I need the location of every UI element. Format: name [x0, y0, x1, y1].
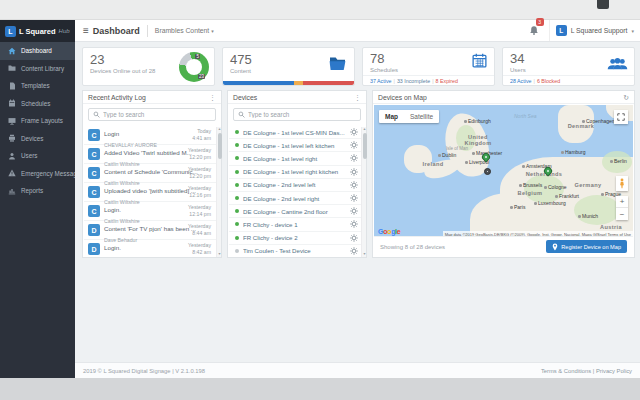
device-list-item[interactable]: DE Cologne - 1st level left kitchen	[229, 139, 365, 152]
recent-activity-panel: Recent Activity Log ⋮ CLoginCHEVALLAY AU…	[82, 90, 222, 258]
map-label: North Sea	[514, 113, 537, 119]
avatar: D	[88, 243, 100, 255]
map-land	[404, 145, 432, 173]
device-status-dot	[235, 130, 239, 134]
device-list-item[interactable]: DE Cologne - 1st level right kitchen	[229, 166, 365, 179]
map-footer: Showing 8 of 28 devices Register Device …	[374, 236, 633, 256]
sidebar-item-users[interactable]: Users	[0, 147, 75, 165]
users-icon	[8, 152, 16, 160]
activity-list-item[interactable]: DLogin.Dave BehadurYesterday8:42 am	[84, 240, 220, 256]
scrollbar-thumb[interactable]	[363, 133, 367, 159]
sidebar-item-dashboard[interactable]: Dashboard	[0, 42, 75, 60]
map-label: Munich	[578, 213, 598, 219]
device-name: DE Cologne - 1st level CS-MIN Das...	[243, 129, 346, 136]
satellite-button[interactable]: Satellite	[404, 110, 439, 123]
content-library-icon	[8, 64, 16, 72]
device-list-item[interactable]: DE Cologne - Cantine 2nd floor	[229, 205, 365, 218]
sidebar-item-schedules[interactable]: Schedules	[0, 95, 75, 113]
activity-scrollbar[interactable]: ▲ ▼	[216, 127, 221, 257]
device-list-item[interactable]: DE Cologne - 2nd level left	[229, 179, 365, 192]
activity-title: Login.	[104, 244, 121, 251]
sidebar-item-reports[interactable]: Reports	[0, 182, 75, 200]
brand-name: L Squared	[19, 27, 56, 36]
schedules-icon	[8, 99, 16, 107]
progress-segment	[294, 81, 303, 85]
dashboard-icon	[8, 47, 16, 55]
activity-timestamp: Yesterday8:44 am	[188, 223, 211, 237]
user-menu[interactable]: L L Squared Support ▾	[549, 20, 640, 41]
gear-icon[interactable]	[350, 207, 358, 215]
gear-icon[interactable]	[350, 154, 358, 162]
devices-search-input[interactable]	[248, 111, 356, 118]
activity-timestamp: Yesterday12:20 pm	[188, 166, 211, 180]
device-status-dot	[235, 249, 239, 253]
notifications-button[interactable]: 3	[529, 22, 539, 40]
zoom-out-button[interactable]: −	[616, 208, 628, 220]
users-breakdown: 28 Active|6 Blocked	[503, 75, 634, 85]
user-avatar: L	[556, 25, 567, 36]
showing-devices-count: Showing 8 of 28 devices	[380, 244, 445, 250]
device-list-item[interactable]: DE Cologne - 1st level right	[229, 152, 365, 165]
scroll-up-icon[interactable]: ▲	[217, 127, 222, 132]
gear-icon[interactable]	[350, 220, 358, 228]
browser-extension-icon[interactable]	[597, 0, 609, 9]
zoom-in-button[interactable]: +	[616, 196, 628, 208]
donut-offline-label: 5	[195, 54, 200, 59]
device-name: DE Cologne - 1st level right	[243, 155, 346, 162]
refresh-icon[interactable]: ↻	[623, 94, 629, 101]
app-footer: 2019 © L Squared Digital Signage | V 2.1…	[75, 362, 640, 378]
hamburger-icon[interactable]: ≡	[83, 25, 89, 36]
gear-icon[interactable]	[350, 234, 358, 242]
scroll-down-icon[interactable]: ▼	[362, 252, 367, 257]
activity-title: Login	[104, 130, 119, 137]
user-name: L Squared Support	[571, 27, 628, 34]
context-selector[interactable]: Brambles Content ▾	[155, 27, 214, 34]
device-list-item[interactable]: FR Clichy - device 1	[229, 218, 365, 231]
gear-icon[interactable]	[350, 181, 358, 189]
device-list-item[interactable]: Tim Coulen - Test Device	[229, 245, 365, 256]
bell-icon	[529, 25, 539, 36]
device-list-item[interactable]: DE Cologne - 2nd level right	[229, 192, 365, 205]
street-view-pegman[interactable]	[616, 176, 628, 191]
activity-title: Added Video 'Twirl subtitled M...	[104, 149, 192, 156]
scrollbar-thumb[interactable]	[218, 133, 222, 159]
panel-header: Recent Activity Log ⋮	[83, 91, 221, 104]
kebab-menu-icon[interactable]: ⋮	[209, 94, 216, 101]
scroll-up-icon[interactable]: ▲	[362, 127, 367, 132]
avatar: C	[88, 167, 100, 179]
gear-icon[interactable]	[350, 194, 358, 202]
activity-timestamp: Yesterday12:14 pm	[188, 204, 211, 218]
sidebar-item-emergency-message[interactable]: Emergency Message	[0, 165, 75, 183]
map-label: United Kingdom	[459, 134, 497, 146]
device-status-dot	[235, 156, 239, 160]
sidebar-item-templates[interactable]: Templates	[0, 77, 75, 95]
gear-icon[interactable]	[350, 141, 358, 149]
devices-scrollbar[interactable]: ▲ ▼	[361, 127, 366, 257]
device-list-item[interactable]: DE Cologne - 1st level CS-MIN Das...	[229, 126, 365, 139]
activity-search-input[interactable]	[103, 111, 211, 118]
map-button[interactable]: Map	[379, 110, 404, 123]
device-map-cluster[interactable]	[484, 168, 491, 175]
sidebar-item-frame-layouts[interactable]: Frame Layouts	[0, 112, 75, 130]
google-map[interactable]: North SeaEdinburghUnited KingdomIsle of …	[374, 105, 633, 238]
activity-timestamp: Yesterday12:20 pm	[188, 147, 211, 161]
google-logo: Google	[378, 228, 400, 235]
register-device-button[interactable]: Register Device on Map	[546, 240, 627, 253]
gear-icon[interactable]	[350, 168, 358, 176]
fullscreen-button[interactable]	[614, 110, 628, 124]
map-label: Berlin	[610, 158, 627, 164]
device-list-item[interactable]: FR Clichy - device 2	[229, 232, 365, 245]
activity-timestamp: Yesterday12:16 pm	[188, 185, 211, 199]
app-logo[interactable]: L L Squared Hub	[0, 20, 75, 42]
gear-icon[interactable]	[350, 128, 358, 136]
gear-icon[interactable]	[350, 247, 358, 255]
footer-links[interactable]: Terms & Conditions | Privacy Policy	[541, 368, 632, 374]
device-name: FR Clichy - device 1	[243, 221, 346, 228]
kebab-menu-icon[interactable]: ⋮	[354, 94, 361, 101]
sidebar-item-label: Emergency Message	[21, 170, 80, 177]
sidebar-item-devices[interactable]: Devices	[0, 130, 75, 148]
scroll-down-icon[interactable]: ▼	[217, 252, 222, 257]
sidebar-item-label: Schedules	[21, 100, 50, 107]
map-label: Edinburgh	[464, 118, 491, 124]
sidebar-item-content-library[interactable]: Content Library	[0, 60, 75, 78]
